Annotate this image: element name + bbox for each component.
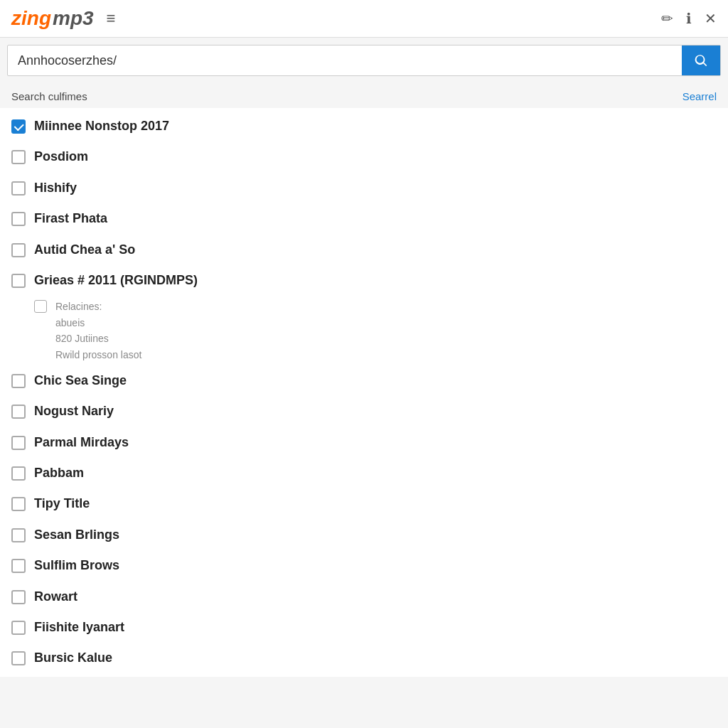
- item-label: Bursic Kalue: [34, 650, 112, 666]
- checkbox[interactable]: [11, 621, 26, 635]
- search-icon: [693, 53, 709, 68]
- checkbox[interactable]: [11, 528, 26, 542]
- info-icon[interactable]: ℹ: [686, 10, 692, 27]
- item-label: Rowart: [34, 589, 77, 605]
- checkbox[interactable]: [11, 274, 26, 288]
- checkbox[interactable]: [11, 212, 26, 226]
- item-label: Miinnee Nonstop 2017: [34, 118, 169, 134]
- item-label: Grieas # 2011 (RGINDMPS): [34, 272, 198, 289]
- header-right: ✏ ℹ ✕: [661, 10, 717, 27]
- list-item[interactable]: Chic Sea Singe: [0, 365, 728, 396]
- list-item[interactable]: Tipy Title: [0, 488, 728, 519]
- sub-details: Relacines:abueis820 JutiinesRwild prosso…: [55, 299, 141, 363]
- checkbox[interactable]: [11, 181, 26, 196]
- logo: zing mp3: [11, 7, 94, 30]
- item-label: Autid Chea a' So: [34, 242, 135, 258]
- section-link[interactable]: Searrel: [682, 90, 717, 102]
- hamburger-icon[interactable]: ≡: [107, 9, 116, 28]
- item-label: Sesan Brlings: [34, 527, 119, 543]
- item-label: Parmal Mirdays: [34, 434, 129, 451]
- list-item[interactable]: Sesan Brlings: [0, 520, 728, 550]
- checkbox[interactable]: [11, 651, 26, 665]
- checkbox[interactable]: [11, 119, 26, 134]
- list-item[interactable]: Rowart: [0, 582, 728, 612]
- list-item[interactable]: Hishify: [0, 173, 728, 203]
- list-item[interactable]: Sulflim Brows: [0, 550, 728, 581]
- section-title: Search culfimes: [11, 90, 87, 102]
- list-item[interactable]: Nogust Nariy: [0, 396, 728, 427]
- item-label: Hishify: [34, 180, 77, 196]
- logo-mp3: mp3: [53, 7, 94, 30]
- list-item[interactable]: Relacines:abueis820 JutiinesRwild prosso…: [0, 296, 728, 365]
- search-bar: [7, 45, 721, 76]
- header-left: zing mp3 ≡: [11, 7, 115, 30]
- item-label: Tipy Title: [34, 496, 90, 512]
- checkbox[interactable]: [11, 150, 26, 164]
- checkbox[interactable]: [11, 436, 26, 450]
- item-label: Chic Sea Singe: [34, 373, 127, 389]
- list-item[interactable]: Parmal Mirdays: [0, 427, 728, 458]
- list-item[interactable]: Posdiom: [0, 141, 728, 172]
- item-label: Posdiom: [34, 149, 88, 165]
- item-label: Fiishite Iyanart: [34, 619, 124, 636]
- checkbox[interactable]: [11, 497, 26, 511]
- checkbox[interactable]: [11, 405, 26, 419]
- logo-zing: zing: [11, 7, 51, 30]
- search-button[interactable]: [682, 46, 720, 75]
- checkbox[interactable]: [34, 300, 47, 313]
- close-icon[interactable]: ✕: [705, 10, 717, 27]
- list-item[interactable]: Firast Phata: [0, 203, 728, 234]
- section-header: Search culfimes Searrel: [0, 83, 728, 108]
- list-item[interactable]: Miinnee Nonstop 2017: [0, 111, 728, 141]
- item-label: Sulflim Brows: [34, 557, 119, 574]
- search-input[interactable]: [8, 46, 682, 75]
- checkbox[interactable]: [11, 590, 26, 604]
- checkbox[interactable]: [11, 559, 26, 573]
- header: zing mp3 ≡ ✏ ℹ ✕: [0, 0, 728, 38]
- list-container: Miinnee Nonstop 2017PosdiomHishifyFirast…: [0, 108, 728, 677]
- checkbox[interactable]: [11, 374, 26, 388]
- item-label: Nogust Nariy: [34, 403, 114, 419]
- checkbox[interactable]: [11, 466, 26, 481]
- list-item[interactable]: Pabbam: [0, 458, 728, 488]
- list-item[interactable]: Grieas # 2011 (RGINDMPS): [0, 265, 728, 296]
- item-label: Firast Phata: [34, 210, 107, 227]
- list-item[interactable]: Autid Chea a' So: [0, 235, 728, 265]
- list-item[interactable]: Fiishite Iyanart: [0, 612, 728, 643]
- item-label: Pabbam: [34, 465, 84, 481]
- checkbox[interactable]: [11, 243, 26, 257]
- list-item[interactable]: Bursic Kalue: [0, 643, 728, 673]
- edit-icon[interactable]: ✏: [661, 10, 673, 27]
